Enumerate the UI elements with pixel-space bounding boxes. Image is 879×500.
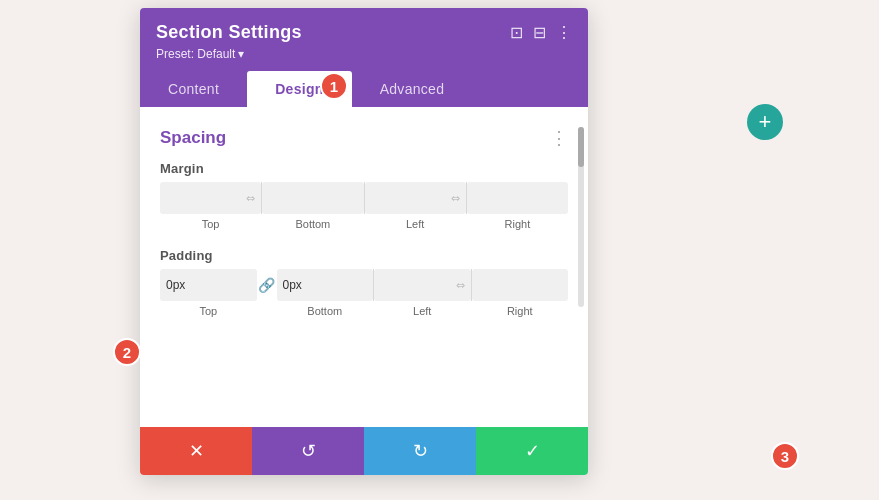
link-icon[interactable]: 🔗 [257,269,277,301]
margin-bottom-label: Bottom [295,218,330,230]
modal-preset[interactable]: Preset: Default ▾ [156,47,572,71]
modal-title-row: Section Settings ⊡ ⊟ ⋮ [156,22,572,43]
padding-right-input[interactable] [478,278,563,292]
undo-button[interactable]: ↺ [252,427,364,475]
padding-top-block: Top [160,269,257,317]
padding-group: Padding Top 🔗 Bottom [160,248,568,317]
tab-advanced[interactable]: Advanced [352,71,473,107]
padding-bottom-wrap [277,269,374,301]
padding-top-label: Top [199,305,217,317]
spacing-menu-icon[interactable]: ⋮ [550,127,568,149]
padding-label: Padding [160,248,568,263]
margin-top-block: ⇔ Top [160,182,261,230]
save-button[interactable]: ✓ [476,427,588,475]
preset-arrow-icon: ▾ [238,47,244,61]
padding-left-input[interactable] [380,278,454,292]
scrollbar-thumb [578,127,584,167]
margin-bottom-block: Bottom [262,182,363,230]
responsive-icon-margin-top: ⇔ [246,192,255,205]
more-options-icon[interactable]: ⋮ [556,23,572,42]
modal-title: Section Settings [156,22,302,43]
spacing-title: Spacing [160,128,226,148]
modal-header-icons: ⊡ ⊟ ⋮ [510,23,572,42]
modal-tabs: Content Design Advanced [140,71,588,107]
padding-right-wrap [472,269,569,301]
padding-fields-row: Top 🔗 Bottom ⇔ Left [160,269,568,317]
margin-left-block: ⇔ Left [365,182,466,230]
margin-left-wrap: ⇔ [365,182,466,214]
responsive-icon-padding-left: ⇔ [456,279,465,292]
badge-1: 1 [320,72,348,100]
cancel-button[interactable]: ✕ [140,427,252,475]
padding-bottom-label: Bottom [307,305,342,317]
padding-top-input[interactable] [166,278,251,292]
padding-bottom-input[interactable] [283,278,368,292]
modal-header: Section Settings ⊡ ⊟ ⋮ Preset: Default ▾ [140,8,588,71]
fullscreen-icon[interactable]: ⊡ [510,23,523,42]
margin-right-block: Right [467,182,568,230]
scrollbar-track[interactable] [578,127,584,307]
badge-3: 3 [771,442,799,470]
padding-right-label: Right [507,305,533,317]
margin-bottom-wrap [262,182,363,214]
add-button[interactable]: + [747,104,783,140]
margin-top-wrap: ⇔ [160,182,261,214]
spacing-section-heading: Spacing ⋮ [160,127,568,149]
margin-group: Margin ⇔ Top Bottom [160,161,568,230]
tab-content[interactable]: Content [140,71,247,107]
padding-bottom-block: Bottom [277,269,374,317]
padding-left-wrap: ⇔ [374,269,471,301]
margin-top-input[interactable] [166,191,244,205]
margin-left-input[interactable] [371,191,449,205]
margin-fields-row: ⇔ Top Bottom ⇔ Left [160,182,568,230]
section-settings-modal: Section Settings ⊡ ⊟ ⋮ Preset: Default ▾… [140,8,588,475]
badge-2: 2 [113,338,141,366]
margin-bottom-input[interactable] [268,191,357,205]
padding-left-block: ⇔ Left [374,269,471,317]
responsive-icon-margin-left: ⇔ [451,192,460,205]
margin-right-label: Right [505,218,531,230]
modal-footer: ✕ ↺ ↻ ✓ [140,427,588,475]
padding-top-wrap [160,269,257,301]
preset-label: Preset: Default [156,47,235,61]
padding-right-block: Right [472,269,569,317]
margin-top-label: Top [202,218,220,230]
margin-right-wrap [467,182,568,214]
margin-left-label: Left [406,218,424,230]
split-icon[interactable]: ⊟ [533,23,546,42]
padding-left-label: Left [413,305,431,317]
redo-button[interactable]: ↻ [364,427,476,475]
modal-body: Spacing ⋮ Margin ⇔ Top B [140,107,588,427]
margin-right-input[interactable] [473,191,562,205]
margin-label: Margin [160,161,568,176]
